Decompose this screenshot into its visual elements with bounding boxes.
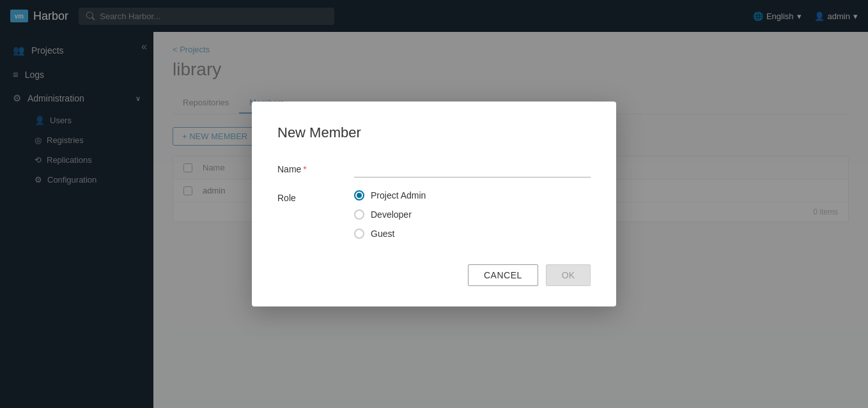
name-label: Name* (277, 162, 341, 174)
role-label: Role (277, 190, 341, 203)
role-developer-label: Developer (371, 209, 412, 220)
radio-developer-indicator (354, 209, 364, 220)
name-input[interactable] (354, 162, 591, 178)
role-guest-label: Guest (371, 229, 394, 239)
modal-overlay: New Member Name* Role Project Admin Deve… (0, 0, 868, 408)
radio-project-admin-indicator (354, 190, 364, 200)
cancel-button[interactable]: CANCEL (468, 264, 538, 286)
new-member-modal: New Member Name* Role Project Admin Deve… (252, 102, 616, 306)
name-form-row: Name* (277, 162, 591, 178)
role-project-admin-label: Project Admin (371, 190, 426, 200)
role-project-admin[interactable]: Project Admin (354, 190, 591, 200)
required-indicator: * (303, 164, 306, 174)
ok-button[interactable]: OK (546, 264, 591, 286)
role-form-row: Role Project Admin Developer Guest (277, 190, 591, 239)
radio-guest-indicator (354, 229, 364, 239)
role-radio-group: Project Admin Developer Guest (354, 190, 591, 239)
role-developer[interactable]: Developer (354, 209, 591, 220)
modal-title: New Member (277, 125, 591, 141)
role-guest[interactable]: Guest (354, 229, 591, 239)
modal-footer: CANCEL OK (277, 264, 591, 286)
